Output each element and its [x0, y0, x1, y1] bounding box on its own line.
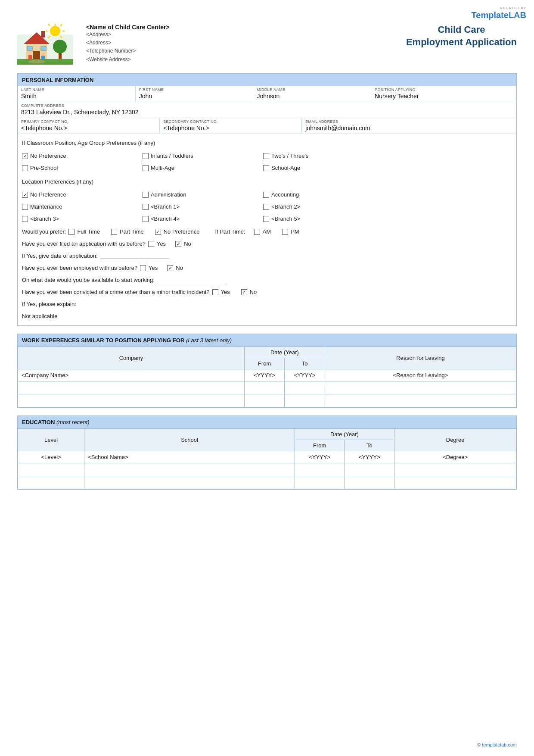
contact-row: PRIMARY CONTACT NO. <Telephone No.> SECO… — [18, 118, 516, 134]
brand-name: TemplateLAB — [472, 10, 526, 20]
first-name-label: FIRST NAME — [139, 87, 250, 92]
no-preference-loc-group: No Preference — [22, 189, 143, 200]
edu-school-2 — [84, 476, 295, 489]
table-row — [18, 394, 516, 407]
work-company-2 — [18, 394, 245, 407]
work-from-1 — [244, 381, 284, 394]
no-preference-loc-label: No Preference — [30, 189, 66, 200]
footer-link[interactable]: templatelab.com — [482, 742, 517, 747]
created-by-label: CREATED BY — [472, 6, 526, 10]
work-from-0: <YYYY> — [244, 369, 284, 381]
email-label: EMAIL ADDRESS — [305, 119, 513, 124]
education-italic: (most recent) — [56, 419, 90, 425]
personal-info-header: PERSONAL INFORMATION — [18, 74, 516, 86]
multi-age-label: Multi-Age — [151, 162, 174, 174]
svg-rect-12 — [27, 46, 32, 50]
convicted-yes-checkbox[interactable] — [212, 289, 218, 295]
no-preference-age-checkbox[interactable] — [22, 153, 28, 159]
age-group-label: If Classroom Position, Age Group Prefere… — [22, 137, 512, 149]
edu-degree-1 — [394, 463, 516, 476]
position-value: Nursery Teacher — [375, 93, 513, 100]
school-age-checkbox[interactable] — [263, 165, 269, 171]
svg-rect-14 — [41, 31, 45, 37]
col-company-header: Company — [18, 347, 245, 369]
branch2-checkbox[interactable] — [263, 204, 269, 210]
middle-name-label: MIDDLE NAME — [257, 87, 367, 92]
filed-yes-checkbox[interactable] — [148, 241, 154, 247]
col-degree-header: Degree — [394, 429, 516, 451]
edu-level-1 — [18, 463, 84, 476]
no-preference-age-label: No Preference — [30, 150, 66, 162]
branch3-checkbox[interactable] — [22, 216, 28, 222]
no-preference-loc-checkbox[interactable] — [22, 192, 28, 198]
filed-yes-label: Yes — [157, 238, 166, 250]
col-to-edu-header: To — [345, 440, 394, 451]
col-date-edu-header: Date (Year) — [295, 429, 394, 440]
templatelab-logo: CREATED BY TemplateLAB — [472, 6, 526, 20]
am-label: AM — [263, 226, 271, 237]
svg-point-17 — [53, 40, 67, 53]
infants-toddlers-checkbox[interactable] — [143, 153, 149, 159]
edu-degree-0: <Degree> — [394, 451, 516, 463]
accounting-checkbox[interactable] — [263, 192, 269, 198]
branch1-label: <Branch 1> — [151, 201, 180, 212]
multi-age-checkbox[interactable] — [143, 165, 149, 171]
if-yes-date-row: If Yes, give date of application: — [22, 250, 512, 262]
would-prefer-label: Would you prefer: — [22, 226, 66, 237]
preferences-section: If Classroom Position, Age Group Prefere… — [18, 134, 516, 325]
administration-label: Administration — [151, 189, 186, 200]
maintenance-checkbox[interactable] — [22, 204, 28, 210]
education-section: EDUCATION (most recent) Level School Dat… — [17, 415, 517, 490]
preschool-checkbox[interactable] — [22, 165, 28, 171]
logo-area — [17, 22, 73, 65]
convicted-no-checkbox[interactable] — [241, 289, 247, 295]
svg-point-18 — [28, 51, 32, 55]
address-label: COMPLETE ADDRESS — [21, 103, 513, 108]
brand-template: Template — [472, 10, 509, 20]
location-row3: <Branch 3> <Branch 4> <Branch 5> — [22, 213, 512, 225]
org-address1: <Address> — [86, 31, 393, 39]
employed-yes-checkbox[interactable] — [140, 265, 146, 271]
full-time-checkbox[interactable] — [68, 229, 75, 235]
work-preference-row: Would you prefer: Full Time Part Time No… — [22, 226, 512, 237]
form-title-line1: Child Care Employment Application — [406, 24, 517, 48]
employed-no-checkbox[interactable] — [167, 265, 173, 271]
branch5-label: <Branch 5> — [271, 213, 300, 225]
table-row — [18, 476, 516, 489]
employed-before-label: Have you ever been employed with us befo… — [22, 262, 137, 274]
am-checkbox[interactable] — [254, 229, 260, 235]
branch4-group: <Branch 4> — [143, 213, 263, 225]
part-time-label: Part Time — [120, 226, 144, 237]
col-from-header: From — [244, 358, 284, 369]
personal-info-section: PERSONAL INFORMATION LAST NAME Smith FIR… — [17, 73, 517, 326]
branch5-group: <Branch 5> — [263, 213, 384, 225]
date-of-application-field[interactable] — [100, 253, 169, 259]
table-row: <Level> <School Name> <YYYY> <YYYY> <Deg… — [18, 451, 516, 463]
branch4-checkbox[interactable] — [143, 216, 149, 222]
work-experience-italic: (Last 3 latest only) — [186, 337, 232, 344]
pm-checkbox[interactable] — [282, 229, 288, 235]
available-date-field[interactable] — [157, 277, 226, 283]
administration-checkbox[interactable] — [143, 192, 149, 198]
primary-contact-value: <Telephone No.> — [21, 125, 156, 131]
branch1-checkbox[interactable] — [143, 204, 149, 210]
edu-to-1 — [345, 463, 394, 476]
no-pref-time-checkbox[interactable] — [155, 229, 161, 235]
filed-no-checkbox[interactable] — [175, 241, 181, 247]
available-start-label: On what date would you be available to s… — [22, 275, 155, 286]
pm-label: PM — [291, 226, 299, 237]
twos-threes-label: Two's / Three's — [271, 150, 308, 162]
first-name-value: John — [139, 93, 250, 100]
email-cell: EMAIL ADDRESS johnsmith@domain.com — [302, 118, 516, 134]
work-experience-table: Company Date (Year) Reason for Leaving F… — [18, 347, 516, 407]
twos-threes-checkbox[interactable] — [263, 153, 269, 159]
branch5-checkbox[interactable] — [263, 216, 269, 222]
education-table: Level School Date (Year) Degree From To … — [18, 428, 516, 489]
org-name: <Name of Child Care Center> — [86, 24, 393, 31]
part-time-checkbox[interactable] — [111, 229, 117, 235]
full-time-label: Full Time — [77, 226, 100, 237]
svg-rect-13 — [41, 46, 46, 50]
work-experience-section: WORK EXPERENCES SIMILAR TO POSITION APPL… — [17, 334, 517, 408]
middle-name-cell: MIDDLE NAME Johnson — [253, 86, 371, 102]
work-to-1 — [285, 381, 325, 394]
